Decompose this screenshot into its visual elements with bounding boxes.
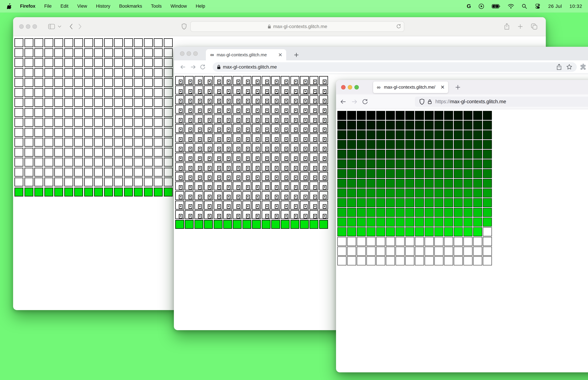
grid-cell: × (243, 76, 251, 85)
tab-max-gl-contexts[interactable]: ∞ max-gl-contexts.glitch.me/ ✕ (373, 81, 448, 93)
broken-image-icon-wave (258, 130, 260, 132)
close-button[interactable] (180, 51, 184, 56)
forward-icon[interactable] (78, 23, 82, 30)
broken-image-icon-wave (248, 169, 250, 170)
wifi-icon[interactable] (508, 4, 514, 9)
tab-overview-icon[interactable] (531, 23, 538, 30)
grid-cell (15, 78, 23, 87)
grid-cell (425, 198, 434, 207)
zoom-button[interactable] (193, 51, 198, 56)
grid-cell (24, 148, 33, 157)
zoom-button[interactable] (354, 85, 359, 90)
back-icon[interactable] (340, 99, 347, 104)
new-tab-icon[interactable] (518, 24, 523, 29)
grid-cell (114, 188, 123, 196)
grid-cell (444, 247, 453, 256)
close-button[interactable] (19, 24, 24, 29)
grid-cell: × (223, 76, 232, 85)
chevron-down-icon[interactable] (58, 25, 61, 28)
broken-image-icon-wave (238, 197, 240, 199)
reload-icon[interactable] (200, 64, 206, 70)
extensions-puzzle-icon[interactable] (580, 64, 587, 70)
new-tab-button[interactable] (294, 52, 299, 58)
share-icon[interactable] (556, 64, 562, 70)
tracking-shield-icon[interactable] (419, 99, 424, 105)
bookmark-star-icon[interactable] (566, 64, 572, 70)
broken-image-icon-wave (229, 121, 231, 122)
privacy-shield-icon[interactable] (182, 23, 187, 30)
minimize-button[interactable] (348, 85, 352, 90)
grid-cell: × (281, 162, 290, 171)
zoom-button[interactable] (33, 24, 37, 29)
menu-bookmarks[interactable]: Bookmarks (115, 3, 147, 9)
menu-view[interactable]: View (73, 3, 92, 9)
menu-date[interactable]: 26 Jul (548, 3, 562, 9)
search-icon[interactable] (522, 3, 527, 9)
control-center-icon[interactable] (534, 4, 541, 9)
grid-cell: × (175, 76, 184, 85)
grid-cell (24, 138, 33, 147)
grid-cell (164, 138, 173, 147)
grid-cell: × (309, 201, 318, 209)
address-bar[interactable]: max-gl-contexts.glitch.me (190, 21, 404, 32)
menu-window[interactable]: Window (166, 3, 191, 9)
grid-cell (104, 48, 113, 57)
forward-icon[interactable] (351, 99, 358, 104)
forward-icon[interactable] (190, 64, 196, 70)
grid-cell (54, 148, 63, 157)
grid-cell (44, 88, 53, 97)
apple-menu-icon[interactable] (7, 3, 12, 9)
tab-max-gl-contexts[interactable]: ∞ max-gl-contexts.glitch.me ✕ (206, 49, 286, 60)
grid-cell (444, 121, 453, 130)
broken-image-icon-wave (325, 178, 327, 180)
grid-cell: × (204, 201, 213, 209)
menu-edit[interactable]: Edit (56, 3, 73, 9)
grid-cell: × (281, 133, 290, 142)
grid-cell: × (300, 114, 309, 123)
back-icon[interactable] (180, 64, 186, 70)
tab-close-icon[interactable]: ✕ (440, 84, 445, 90)
battery-charging-icon[interactable] (492, 4, 500, 8)
menu-help[interactable]: Help (191, 3, 209, 9)
grid-cell: × (175, 114, 184, 123)
grid-cell (483, 218, 492, 227)
broken-image-icon-wave (258, 150, 260, 151)
address-bar[interactable]: https://max-gl-contexts.glitch.me (415, 97, 588, 107)
grid-cell (54, 98, 63, 107)
google-icon[interactable]: G (467, 3, 471, 9)
grid-cell: × (290, 95, 299, 104)
grid-cell (473, 150, 482, 159)
play-circle-icon[interactable] (478, 3, 484, 9)
grid-cell (54, 108, 63, 117)
menu-time[interactable]: 10:32 (569, 3, 582, 9)
grid-cell: × (262, 76, 270, 85)
tab-close-icon[interactable]: ✕ (278, 52, 283, 58)
reload-icon[interactable] (396, 24, 401, 29)
grid-cell (104, 88, 113, 97)
menu-history[interactable]: History (92, 3, 115, 9)
grid-cell: × (204, 105, 213, 114)
new-tab-button[interactable] (455, 84, 461, 90)
close-button[interactable] (341, 85, 345, 90)
minimize-button[interactable] (26, 24, 30, 29)
broken-image-icon-wave (219, 197, 221, 199)
lock-icon[interactable] (428, 99, 432, 104)
menu-app-name[interactable]: Firefox (16, 3, 40, 9)
grid-cell (74, 118, 83, 127)
share-icon[interactable] (504, 23, 510, 30)
grid-cell (473, 247, 482, 256)
reload-icon[interactable] (362, 99, 368, 105)
back-icon[interactable] (69, 23, 73, 30)
grid-cell: × (271, 162, 280, 171)
minimize-button[interactable] (187, 51, 191, 56)
broken-image-icon-wave (200, 197, 202, 199)
grid-cell (64, 108, 73, 117)
grid-cell (454, 169, 463, 178)
menu-tools[interactable]: Tools (147, 3, 166, 9)
grid-cell (64, 68, 73, 77)
menu-file[interactable]: File (40, 3, 56, 9)
sidebar-icon[interactable] (48, 24, 55, 29)
grid-cell: × (194, 124, 203, 133)
address-bar[interactable]: max-gl-contexts.glitch.me (213, 62, 577, 72)
grid-cell (386, 227, 395, 236)
